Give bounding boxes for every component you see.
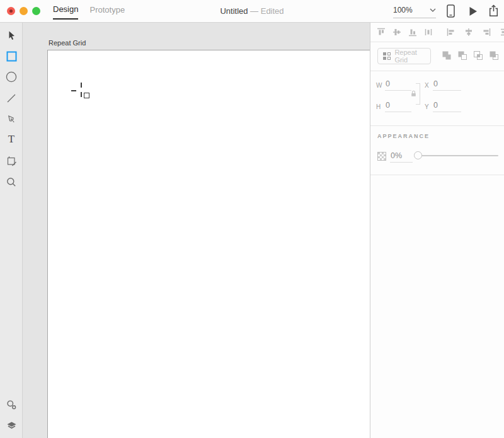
title-bar: Design Prototype Untitled — Edited 100% <box>0 0 504 23</box>
boolean-subtract-button[interactable] <box>457 50 467 61</box>
opacity-slider-track[interactable] <box>418 155 498 156</box>
repeat-grid-button-label: Repeat Grid <box>394 49 430 64</box>
repeat-grid-button[interactable]: Repeat Grid <box>377 48 431 64</box>
close-button[interactable] <box>7 7 15 15</box>
lock-icon <box>410 90 417 97</box>
alignment-section <box>370 23 504 42</box>
x-input[interactable] <box>433 79 461 91</box>
transform-section: W X H Y <box>370 71 504 126</box>
chevron-down-icon <box>430 8 436 12</box>
boolean-add-button[interactable] <box>442 50 452 61</box>
artboard[interactable] <box>47 50 370 438</box>
ellipse-tool-button[interactable] <box>6 71 17 83</box>
boolean-add-icon <box>442 50 452 61</box>
canvas[interactable]: Repeat Grid <box>23 23 370 438</box>
appearance-section: APPEARANCE <box>370 126 504 175</box>
tab-design[interactable]: Design <box>53 0 78 20</box>
play-icon <box>469 6 478 16</box>
distribute-horizontal-icon <box>424 28 433 37</box>
boolean-intersect-button[interactable] <box>473 50 483 61</box>
opacity-checker-icon <box>377 152 386 161</box>
align-left-button[interactable] <box>447 28 455 37</box>
appearance-header: APPEARANCE <box>377 133 430 139</box>
distribute-vertical-icon <box>500 28 504 37</box>
opacity-slider-handle[interactable] <box>414 151 422 159</box>
horizontal-align-group <box>440 28 504 37</box>
layers-icon <box>6 422 17 430</box>
zoom-level: 100% <box>393 6 413 14</box>
tool-rail: T <box>0 23 23 438</box>
layers-button[interactable] <box>6 420 17 431</box>
boolean-exclude-button[interactable] <box>489 50 499 61</box>
height-label: H <box>376 103 381 110</box>
traffic-lights <box>7 7 40 15</box>
opacity-input[interactable] <box>390 151 413 163</box>
align-top-button[interactable] <box>377 28 386 37</box>
height-input[interactable] <box>385 101 411 112</box>
assets-icon <box>6 400 16 410</box>
boolean-subtract-icon <box>457 50 467 61</box>
align-middle-button[interactable] <box>392 28 401 37</box>
boolean-ops-group <box>442 50 499 61</box>
share-icon <box>489 4 498 17</box>
property-inspector: Repeat Grid <box>370 23 504 438</box>
text-tool-button[interactable]: T <box>6 134 17 145</box>
share-button[interactable] <box>489 4 498 17</box>
repeat-grid-icon <box>382 52 391 61</box>
rectangle-tool-icon <box>6 51 17 62</box>
align-right-icon <box>482 28 491 37</box>
device-preview-icon <box>447 4 455 18</box>
play-button[interactable] <box>469 6 478 16</box>
align-bottom-button[interactable] <box>408 28 417 37</box>
fullscreen-button[interactable] <box>32 7 40 15</box>
align-middle-icon <box>392 28 401 37</box>
device-preview-button[interactable] <box>447 4 455 18</box>
tab-prototype[interactable]: Prototype <box>89 0 125 20</box>
text-tool-icon: T <box>8 133 14 146</box>
boolean-intersect-icon <box>473 50 483 61</box>
align-left-icon <box>447 28 455 37</box>
width-input[interactable] <box>385 79 411 91</box>
align-center-icon <box>464 28 473 37</box>
zoom-dropdown[interactable]: 100% <box>393 6 436 18</box>
line-tool-icon <box>6 93 16 103</box>
align-right-button[interactable] <box>482 28 491 37</box>
artboard-label[interactable]: Repeat Grid <box>49 39 86 47</box>
distribute-horizontal-button[interactable] <box>424 28 433 37</box>
zoom-tool-button[interactable] <box>6 176 17 188</box>
select-tool-button[interactable] <box>6 30 17 41</box>
rectangle-tool-button[interactable] <box>6 50 17 62</box>
align-center-button[interactable] <box>464 28 473 37</box>
zoom-tool-icon <box>6 177 16 187</box>
vertical-align-group <box>370 28 433 37</box>
aspect-lock-toggle[interactable] <box>410 90 417 97</box>
minimize-button[interactable] <box>20 7 28 15</box>
distribute-vertical-button[interactable] <box>500 28 504 37</box>
align-bottom-icon <box>408 28 417 37</box>
artboard-tool-icon <box>6 156 17 166</box>
artboard-tool-button[interactable] <box>6 155 17 166</box>
mode-tabs: Design Prototype <box>53 0 125 22</box>
boolean-exclude-icon <box>489 50 499 61</box>
y-input[interactable] <box>433 101 461 112</box>
document-name: Untitled <box>220 6 248 16</box>
x-label: X <box>425 82 429 89</box>
y-label: Y <box>425 103 429 110</box>
width-label: W <box>376 82 382 89</box>
select-tool-icon <box>6 30 16 40</box>
ellipse-tool-icon <box>6 71 17 83</box>
pen-tool-icon <box>6 113 17 125</box>
repeat-grid-section: Repeat Grid <box>370 42 504 71</box>
line-tool-button[interactable] <box>6 93 17 104</box>
align-top-icon <box>377 28 386 37</box>
pen-tool-button[interactable] <box>6 113 17 125</box>
assets-button[interactable] <box>6 399 17 410</box>
